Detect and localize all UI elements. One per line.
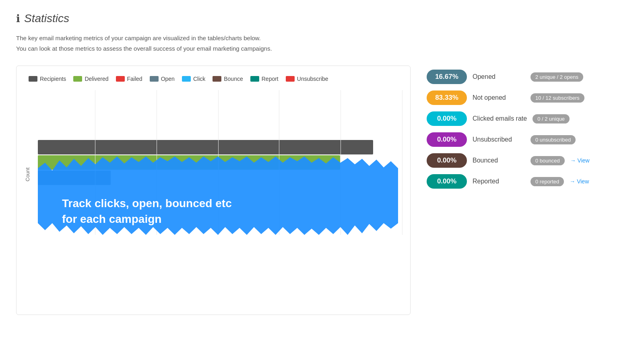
stat-count-badge: 0 unsubscribed [530, 135, 576, 144]
page-title: ℹ︎ Statistics [16, 12, 628, 25]
stat-label: Unsubscribed [473, 136, 525, 143]
stat-pct-badge: 0.00% [427, 111, 467, 126]
stat-count-badge: 2 unique / 2 opens [530, 72, 583, 82]
stats-panel: 16.67%Opened2 unique / 2 opens83.33%Not … [427, 66, 628, 189]
stat-row-5: 0.00%Reported0 reported→ View [427, 174, 628, 189]
legend-swatch-delivered [73, 76, 82, 82]
legend-label-click: Click [193, 76, 205, 82]
legend-item-recipients: Recipients [29, 76, 66, 82]
desc-line1: The key email marketing metrics of your … [16, 33, 628, 43]
brush-annotation-text: Track clicks, open, bounced etc for each… [62, 195, 232, 227]
legend-swatch-failed [116, 76, 125, 82]
stat-row-4: 0.00%Bounced0 bounced→ View [427, 153, 628, 168]
legend-item-bounce: Bounce [213, 76, 243, 82]
stat-count-badge: 0 reported [530, 177, 564, 186]
stat-count-badge: 0 bounced [530, 156, 565, 165]
chart-area: Count Track clicks, open, b [25, 90, 402, 259]
legend-swatch-unsubscribe [286, 76, 295, 82]
legend-item-open: Open [150, 76, 175, 82]
bars-area: Track clicks, open, bounced etc for each… [34, 90, 402, 259]
legend-item-report: Report [250, 76, 279, 82]
stat-label: Bounced [473, 157, 525, 164]
stat-row-1: 83.33%Not opened10 / 12 subscribers [427, 90, 628, 105]
chart-legend: RecipientsDeliveredFailedOpenClickBounce… [25, 76, 402, 82]
legend-label-recipients: Recipients [40, 76, 66, 82]
stat-row-0: 16.67%Opened2 unique / 2 opens [427, 70, 628, 84]
statistics-icon: ℹ︎ [16, 12, 20, 25]
y-axis-label: Count [25, 90, 31, 259]
bar-open [38, 171, 111, 185]
legend-item-unsubscribe: Unsubscribe [286, 76, 328, 82]
stat-label: Opened [473, 73, 525, 80]
stat-view-link[interactable]: → View [570, 178, 589, 185]
bar-recipients [38, 140, 373, 154]
legend-swatch-bounce [213, 76, 221, 82]
bar-row [38, 170, 402, 185]
legend-label-bounce: Bounce [224, 76, 243, 82]
description: The key email marketing metrics of your … [16, 33, 628, 53]
legend-item-click: Click [182, 76, 205, 82]
annotation-line2: for each campaign [62, 211, 232, 227]
legend-row-1: RecipientsDeliveredFailedOpenClickBounce… [29, 76, 328, 82]
title-text: Statistics [24, 12, 69, 25]
stat-count-badge: 10 / 12 subscribers [530, 93, 584, 103]
stat-pct-badge: 16.67% [427, 70, 467, 84]
stat-label: Reported [473, 178, 525, 185]
stat-row-2: 0.00%Clicked emails rate0 / 2 unique [427, 111, 628, 126]
legend-label-report: Report [262, 76, 279, 82]
bars-wrapper [38, 140, 402, 185]
stat-view-link[interactable]: → View [570, 157, 590, 164]
stat-label: Clicked emails rate [473, 115, 527, 122]
legend-swatch-report [250, 76, 259, 82]
stat-row-3: 0.00%Unsubscribed0 unsubscribed [427, 132, 628, 147]
chart-container: RecipientsDeliveredFailedOpenClickBounce… [16, 66, 411, 315]
annotation-line1: Track clicks, open, bounced etc [62, 195, 232, 211]
stat-label: Not opened [473, 94, 525, 101]
stat-pct-badge: 0.00% [427, 132, 467, 147]
legend-label-unsubscribe: Unsubscribe [297, 76, 328, 82]
legend-swatch-click [182, 76, 191, 82]
legend-swatch-recipients [29, 76, 37, 82]
desc-line2: You can look at those metrics to assess … [16, 43, 628, 54]
stat-pct-badge: 0.00% [427, 153, 467, 168]
legend-label-delivered: Delivered [85, 76, 108, 82]
legend-label-open: Open [161, 76, 175, 82]
legend-swatch-open [150, 76, 159, 82]
main-content: RecipientsDeliveredFailedOpenClickBounce… [16, 66, 628, 315]
bar-delivered [38, 155, 340, 170]
legend-item-failed: Failed [116, 76, 142, 82]
stat-pct-badge: 83.33% [427, 90, 467, 105]
stat-count-badge: 0 / 2 unique [533, 114, 570, 123]
legend-label-failed: Failed [127, 76, 142, 82]
bar-row [38, 155, 402, 170]
legend-item-delivered: Delivered [73, 76, 108, 82]
bar-row [38, 140, 402, 155]
stat-pct-badge: 0.00% [427, 174, 467, 189]
